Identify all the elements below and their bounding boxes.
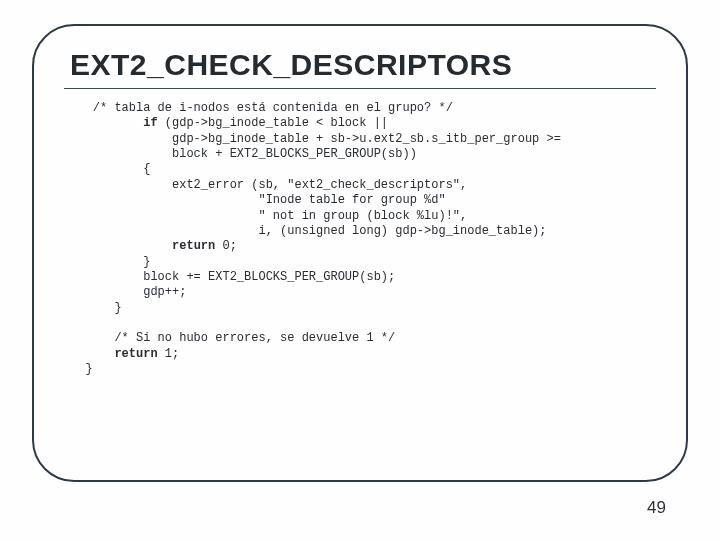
code-line: 1; bbox=[158, 347, 180, 361]
code-line: } bbox=[64, 255, 150, 269]
keyword-if: if bbox=[143, 116, 157, 130]
code-line: i, (unsigned long) gdp->bg_inode_table); bbox=[64, 224, 546, 238]
code-line: 0; bbox=[215, 239, 237, 253]
slide: EXT2_CHECK_DESCRIPTORS /* tabla de i-nod… bbox=[0, 0, 720, 540]
page-number: 49 bbox=[647, 498, 666, 518]
code-line: ext2_error (sb, "ext2_check_descriptors"… bbox=[64, 178, 467, 192]
code-line: (gdp->bg_inode_table < block || bbox=[158, 116, 388, 130]
code-line: { bbox=[64, 162, 150, 176]
code-line: gdp++; bbox=[64, 285, 186, 299]
code-line: block + EXT2_BLOCKS_PER_GROUP(sb)) bbox=[64, 147, 417, 161]
code-line: /* tabla de i-nodos está contenida en el… bbox=[64, 101, 453, 115]
keyword-return: return bbox=[172, 239, 215, 253]
code-line: /* Si no hubo errores, se devuelve 1 */ bbox=[64, 331, 395, 345]
code-block: /* tabla de i-nodos está contenida en el… bbox=[64, 101, 656, 377]
keyword-return: return bbox=[114, 347, 157, 361]
title-divider bbox=[64, 88, 656, 89]
code-line: } bbox=[64, 362, 93, 376]
code-line: gdp->bg_inode_table + sb->u.ext2_sb.s_it… bbox=[64, 132, 561, 146]
code-line: block += EXT2_BLOCKS_PER_GROUP(sb); bbox=[64, 270, 395, 284]
content-frame: EXT2_CHECK_DESCRIPTORS /* tabla de i-nod… bbox=[32, 24, 688, 482]
code-line: " not in group (block %lu)!", bbox=[64, 209, 467, 223]
code-line: "Inode table for group %d" bbox=[64, 193, 446, 207]
slide-title: EXT2_CHECK_DESCRIPTORS bbox=[70, 48, 656, 82]
code-line: } bbox=[64, 301, 122, 315]
